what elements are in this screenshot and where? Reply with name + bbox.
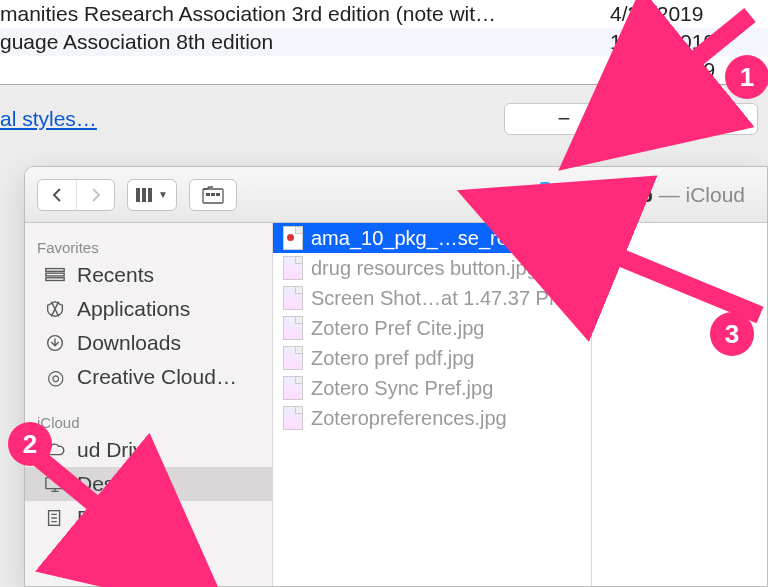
cloud-icon [43,440,67,460]
forward-button[interactable] [76,180,114,210]
sidebar-item-applications[interactable]: Applications [25,292,272,326]
preferences-window: manities Research Association 3rd editio… [0,0,768,157]
finder-sidebar: Favorites Recents Applications Downloads… [25,223,273,586]
sidebar-item-label: Documents [77,506,183,530]
style-name: manities Research Association 3rd editio… [0,2,496,26]
chevron-down-icon: ▼ [158,189,168,200]
file-icon [283,256,303,280]
svg-rect-6 [46,278,64,281]
add-style-button[interactable]: + [638,103,758,135]
nav-group [37,179,115,211]
file-row[interactable]: Screen Shot…at 1.47.37 PM [273,283,591,313]
style-list: manities Research Association 3rd editio… [0,0,768,85]
remove-style-button[interactable]: − [504,103,624,135]
chevron-right-icon [90,187,102,203]
sidebar-item-creative-cloud[interactable]: ◎ Creative Cloud… [25,360,272,394]
sidebar-item-downloads[interactable]: Downloads [25,326,272,360]
file-icon [283,316,303,340]
file-name: Zotero Sync Pref.jpg [311,377,493,400]
file-row[interactable]: Zotero Pref Cite.jpg [273,313,591,343]
sidebar-item-documents[interactable]: Documents [25,501,272,535]
file-row[interactable]: Zotero pref pdf.jpg [273,343,591,373]
back-button[interactable] [38,180,76,210]
style-row[interactable]: 10/10/2019 [0,56,768,84]
style-toolbar: al styles… − + [0,85,768,157]
sidebar-section-icloud: iCloud [25,408,272,433]
svg-rect-5 [46,273,64,276]
file-icon [283,226,303,250]
file-row[interactable]: Zotero Sync Pref.jpg [273,373,591,403]
file-name: Zotero pref pdf.jpg [311,347,474,370]
style-date: 4/27/2019 [610,2,760,26]
file-icon [283,286,303,310]
sidebar-section-favorites: Favorites [25,233,272,258]
file-list-column: ama_10_pkg_…se_report.csl drug resources… [273,223,592,586]
file-name: ama_10_pkg_…se_report.csl [311,227,572,250]
sidebar-item-label: Downloads [77,331,181,355]
svg-rect-8 [46,478,64,489]
file-row[interactable]: Zoteropreferences.jpg [273,403,591,433]
file-name: Zoteropreferences.jpg [311,407,507,430]
sidebar-item-icloud-drive[interactable]: ud Drive [25,433,272,467]
file-name: Screen Shot…at 1.47.37 PM [311,287,566,310]
style-row[interactable]: manities Research Association 3rd editio… [0,0,768,28]
preview-column [592,223,767,586]
finder-window: ▼ Desktop — iCloud Favorites Recents App… [24,166,768,587]
style-row[interactable]: guage Association 8th edition 10/11/2019 [0,28,768,56]
style-date: 10/10/2019 [610,58,760,82]
sidebar-item-label: Recents [77,263,154,287]
file-name: Zotero Pref Cite.jpg [311,317,484,340]
chevron-left-icon [51,187,63,203]
additional-styles-link[interactable]: al styles… [0,107,97,131]
finder-toolbar: ▼ Desktop — iCloud [25,167,767,223]
style-name: guage Association 8th edition [0,30,273,54]
folder-grid-icon [202,186,224,204]
downloads-icon [43,333,67,353]
sidebar-item-label: Applications [77,297,190,321]
file-row[interactable]: drug resources button.jpg [273,253,591,283]
sidebar-item-label: ud Drive [77,438,155,462]
sidebar-item-label: Creative Cloud… [77,365,237,389]
creative-cloud-icon: ◎ [43,367,67,387]
group-by-button[interactable] [189,179,237,211]
file-icon [283,346,303,370]
documents-icon [43,508,67,528]
sidebar-item-recents[interactable]: Recents [25,258,272,292]
file-name: drug resources button.jpg [311,257,538,280]
file-icon [283,406,303,430]
desktop-icon [43,474,67,494]
svg-rect-3 [216,193,220,196]
svg-rect-2 [211,193,215,196]
location-name: Desktop [570,183,653,206]
view-mode-button[interactable]: ▼ [127,179,177,211]
columns-view-icon [136,188,152,202]
recents-icon [43,265,67,285]
svg-rect-1 [206,193,210,196]
style-date: 10/11/2019 [610,30,760,54]
sidebar-item-label: Desktop [77,472,154,496]
applications-icon [43,299,67,319]
location-cloud: — iCloud [653,183,745,206]
file-icon [283,376,303,400]
folder-icon [540,186,562,204]
svg-rect-4 [46,269,64,272]
sidebar-item-desktop[interactable]: Desktop [25,467,272,501]
file-row[interactable]: ama_10_pkg_…se_report.csl [273,223,591,253]
location-indicator[interactable]: Desktop — iCloud [540,183,755,207]
